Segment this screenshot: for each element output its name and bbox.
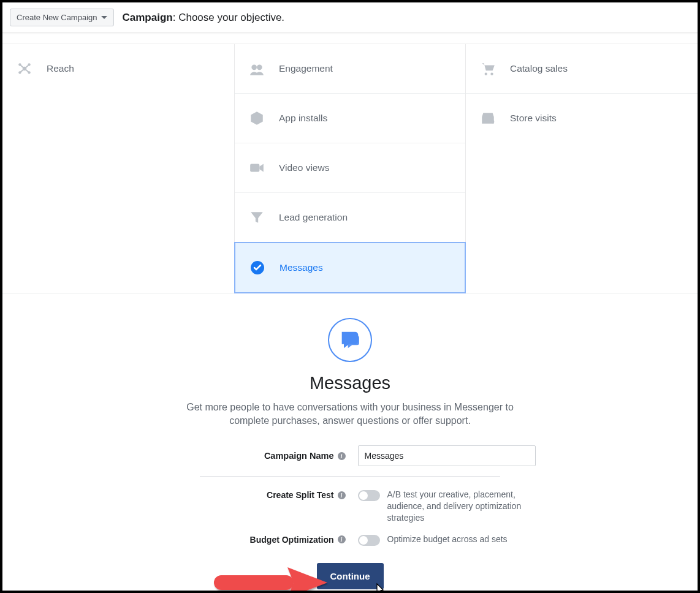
svg-rect-12 — [214, 575, 294, 590]
objective-label: Catalog sales — [510, 63, 568, 74]
svg-point-5 — [251, 65, 257, 70]
objective-detail-panel: Messages Get more people to have convers… — [2, 293, 698, 593]
annotation-arrow-icon — [208, 564, 330, 593]
campaign-name-row: Campaign Name i — [15, 445, 685, 466]
objective-engagement[interactable]: Engagement — [235, 44, 465, 94]
objective-label: Video views — [279, 162, 329, 173]
objective-label: App installs — [279, 113, 327, 124]
header-bar: Create New Campaign Campaign: Choose you… — [2, 2, 698, 33]
column-consideration: Engagement App installs Video views Lead… — [234, 44, 466, 293]
objective-store-visits[interactable]: Store visits — [466, 94, 698, 143]
create-new-campaign-dropdown[interactable]: Create New Campaign — [10, 9, 114, 26]
objective-label: Reach — [47, 63, 74, 74]
objective-label: Engagement — [279, 63, 333, 74]
objective-messages[interactable]: Messages — [234, 242, 466, 293]
svg-point-11 — [491, 120, 494, 123]
objective-label: Messages — [280, 262, 323, 273]
svg-point-6 — [257, 65, 262, 70]
check-circle-icon — [249, 259, 266, 276]
messages-big-icon — [328, 318, 372, 362]
app-installs-icon — [248, 110, 265, 127]
split-test-row: Create Split Test i A/B test your creati… — [15, 489, 685, 524]
engagement-icon — [248, 60, 265, 77]
video-views-icon — [248, 159, 265, 176]
info-icon[interactable]: i — [338, 535, 346, 543]
svg-point-9 — [485, 73, 487, 75]
budget-optimization-toggle[interactable] — [358, 535, 380, 546]
budget-optimization-description: Optimize budget across ad sets — [387, 534, 508, 545]
chevron-down-icon — [101, 16, 107, 19]
catalog-sales-icon — [479, 60, 496, 77]
breadcrumb-subtitle: : Choose your objective. — [173, 12, 284, 23]
reach-icon — [16, 60, 33, 77]
objective-app-installs[interactable]: App installs — [235, 94, 465, 143]
column-awareness: Reach — [2, 44, 234, 293]
detail-description: Get more people to have conversations wi… — [172, 401, 528, 427]
svg-rect-7 — [250, 164, 259, 172]
cursor-pointer-icon — [373, 583, 387, 593]
split-test-label: Create Split Test — [267, 490, 333, 500]
breadcrumb-title: Campaign — [123, 12, 173, 23]
objective-label: Lead generation — [279, 212, 348, 223]
campaign-name-label: Campaign Name i — [165, 451, 346, 461]
split-test-toggle[interactable] — [358, 490, 380, 501]
budget-optimization-label: Budget Optimization — [250, 535, 334, 545]
objective-label: Store visits — [510, 113, 557, 124]
objective-lead-generation[interactable]: Lead generation — [235, 193, 465, 243]
split-test-description: A/B test your creative, placement, audie… — [387, 489, 536, 524]
objective-catalog-sales[interactable]: Catalog sales — [466, 44, 698, 94]
divider — [200, 476, 500, 477]
objective-grid: Reach Engagement App installs Video view… — [2, 44, 698, 293]
svg-point-10 — [490, 73, 493, 75]
store-visits-icon — [479, 110, 496, 127]
objective-reach[interactable]: Reach — [2, 44, 234, 93]
info-icon[interactable]: i — [338, 452, 346, 460]
info-icon[interactable]: i — [338, 491, 346, 499]
budget-optimization-row: Budget Optimization i Optimize budget ac… — [15, 534, 685, 546]
lead-generation-icon — [248, 209, 265, 226]
detail-title: Messages — [15, 373, 685, 393]
column-conversion: Catalog sales Store visits — [466, 44, 698, 293]
objective-video-views[interactable]: Video views — [235, 143, 465, 193]
breadcrumb: Campaign: Choose your objective. — [123, 12, 285, 24]
dropdown-label: Create New Campaign — [17, 13, 97, 22]
campaign-name-input[interactable] — [358, 445, 536, 466]
